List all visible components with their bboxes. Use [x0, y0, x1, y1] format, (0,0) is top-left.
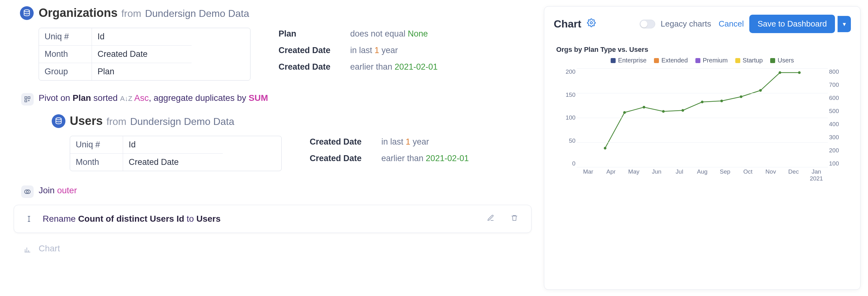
save-to-dashboard-button[interactable]: Save to Dashboard [749, 15, 835, 33]
svg-point-4 [56, 118, 61, 120]
cancel-button[interactable]: Cancel [718, 19, 744, 29]
ytick-left: 0 [558, 160, 576, 167]
filter-row[interactable]: Created Datein last 1 year [310, 137, 469, 147]
pivot-prefix: Pivot on [39, 93, 72, 103]
legend-item[interactable]: Enterprise [611, 57, 647, 64]
grid-key[interactable]: Group [39, 63, 92, 80]
pivot-sorted: sorted [91, 93, 120, 103]
filter-field: Created Date [310, 154, 372, 163]
xtick: Sep [716, 168, 734, 184]
legend-swatch [611, 58, 616, 63]
grid-val[interactable]: Plan [92, 63, 192, 80]
chart-grid [577, 69, 828, 167]
ytick-right: 100 [829, 160, 846, 167]
filter-row[interactable]: Created Dateearlier than 2021-02-01 [310, 154, 469, 163]
chart-step-label: Chart [39, 244, 531, 253]
xtick: Jul [671, 168, 688, 184]
grid-key[interactable]: Uniq # [70, 136, 123, 154]
sort-az-icon: A↓Z [120, 95, 134, 102]
xtick: Jun [648, 168, 665, 184]
orgs-filters: Plandoes not equal NoneCreated Datein la… [279, 29, 438, 79]
xtick: Dec [785, 168, 802, 184]
grid-val[interactable]: Id [92, 28, 192, 46]
ytick-left: 100 [558, 114, 576, 121]
join-text: Join outer [39, 186, 531, 195]
grid-key[interactable]: Month [70, 154, 123, 171]
step-rename: Rename Count of distinct Users Id to Use… [7, 205, 531, 233]
step-pivot[interactable]: Pivot on Plan sorted A↓Z Asc, aggregate … [7, 93, 531, 103]
filter-row[interactable]: Plandoes not equal None [279, 29, 438, 39]
orgs-source[interactable]: Dundersign Demo Data [145, 8, 249, 19]
grid-key[interactable]: Month [39, 46, 92, 63]
filter-val: 1 [406, 137, 410, 146]
ytick-right: 500 [829, 108, 846, 115]
pivot-text: Pivot on Plan sorted A↓Z Asc, aggregate … [39, 93, 531, 103]
orgs-title: Organizations [39, 6, 118, 20]
legend-label: Startup [743, 57, 763, 64]
pivot-agg: SUM [249, 93, 268, 103]
step-chart[interactable]: Chart [7, 244, 531, 253]
legend-swatch [770, 58, 775, 63]
grid-val[interactable]: Id [123, 136, 223, 154]
step-organizations: Organizations from Dundersign Demo Data … [7, 6, 531, 81]
plot-area: 200150100500 800700600500400300200100 Ma… [558, 69, 846, 184]
legend-label: Premium [703, 57, 728, 64]
ytick-left: 50 [558, 137, 576, 144]
gridline [577, 167, 828, 167]
rename-kw: Rename [43, 214, 78, 223]
chart-panel: Chart Legacy charts Cancel Save to Dashb… [544, 6, 861, 290]
edit-icon[interactable] [483, 214, 499, 224]
xtick: May [625, 168, 643, 184]
filter-op: earlier than 2021-02-01 [381, 154, 469, 163]
users-source[interactable]: Dundersign Demo Data [130, 116, 234, 127]
orgs-grid[interactable]: Uniq #IdMonthCreated DateGroupPlan [39, 28, 250, 81]
rename-card[interactable]: Rename Count of distinct Users Id to Use… [14, 205, 531, 233]
gear-icon[interactable] [587, 19, 596, 29]
ytick-left: 200 [558, 69, 576, 75]
filter-row[interactable]: Created Datein last 1 year [279, 46, 438, 55]
filter-row[interactable]: Created Dateearlier than 2021-02-01 [279, 62, 438, 72]
step-join[interactable]: Join outer [7, 186, 531, 195]
postgres-icon [52, 114, 65, 128]
ytick-right: 700 [829, 81, 846, 88]
ytick-right: 400 [829, 121, 846, 128]
grid-val[interactable]: Created Date [123, 154, 223, 171]
legend-item[interactable]: Users [770, 57, 794, 64]
svg-point-7 [590, 22, 592, 24]
legacy-toggle[interactable] [640, 20, 655, 28]
xtick: Nov [762, 168, 779, 184]
filter-op: in last 1 year [350, 46, 398, 55]
rename-to: Users [196, 214, 221, 223]
join-type: outer [57, 186, 77, 195]
trash-icon[interactable] [506, 214, 523, 224]
from-label: from [121, 8, 141, 19]
legend-label: Enterprise [618, 57, 647, 64]
filter-field: Created Date [279, 46, 341, 55]
xtick: Aug [693, 168, 711, 184]
legend-item[interactable]: Premium [695, 57, 728, 64]
y-axis-right: 800700600500400300200100 [829, 69, 846, 167]
pivot-dir: Asc [134, 93, 149, 103]
grid-val[interactable]: Created Date [92, 46, 192, 63]
filter-op: earlier than 2021-02-01 [350, 62, 438, 72]
save-dropdown-button[interactable]: ▾ [837, 16, 851, 32]
filter-field: Plan [279, 29, 341, 39]
legend-swatch [735, 58, 740, 63]
from-label: from [106, 116, 126, 127]
grid-key[interactable]: Uniq # [39, 28, 92, 46]
chart-legend: EnterpriseExtendedPremiumStartupUsers [554, 57, 851, 64]
legend-item[interactable]: Startup [735, 57, 763, 64]
svg-rect-1 [25, 97, 27, 99]
gridline [577, 142, 828, 143]
plot-title: Orgs by Plan Type vs. Users [556, 46, 851, 54]
legend-item[interactable]: Extended [654, 57, 688, 64]
legend-label: Users [778, 57, 794, 64]
rename-text: Rename Count of distinct Users Id to Use… [43, 214, 475, 224]
gridline [577, 93, 828, 93]
filter-field: Created Date [310, 137, 372, 147]
legacy-label: Legacy charts [661, 19, 711, 29]
svg-point-0 [24, 10, 29, 12]
users-grid[interactable]: Uniq #IdMonthCreated Date [70, 136, 282, 171]
xtick: Oct [739, 168, 757, 184]
xtick: Apr [602, 168, 620, 184]
